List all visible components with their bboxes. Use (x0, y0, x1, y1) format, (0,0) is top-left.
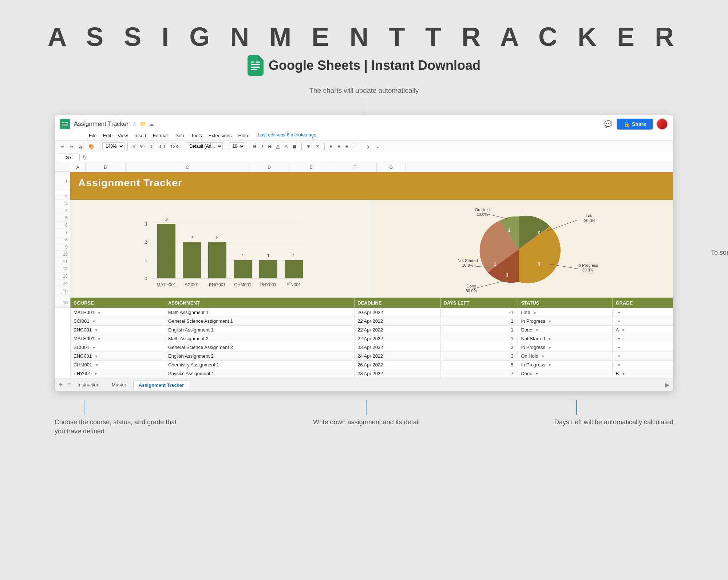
rownum-14: 14 (55, 280, 70, 287)
folder-icon[interactable]: 📁 (140, 121, 146, 127)
textcolor-btn[interactable]: A (283, 143, 290, 150)
align-right-btn[interactable]: ≡ (344, 143, 350, 150)
svg-line-52 (547, 220, 577, 231)
tab-master[interactable]: Master (106, 380, 132, 389)
dropdown-course-20[interactable]: ▼ (97, 337, 101, 341)
dropdown-grade-22[interactable]: ▼ (617, 354, 621, 358)
dropdown-status-17[interactable]: ▼ (533, 311, 537, 315)
cell-status-23: In Progress ▼ (518, 361, 613, 369)
zoom-select[interactable]: 140% (102, 142, 124, 150)
charts-content: 0 1 2 3 3 (70, 200, 673, 298)
cell-assignment-21: General Science Assignment 2 (165, 343, 355, 352)
more-btn[interactable]: ⌄ (374, 143, 381, 150)
dropdown-grade-24[interactable]: ▼ (622, 372, 625, 376)
dropdown-course-19[interactable]: ▼ (94, 328, 98, 332)
th-deadline[interactable]: DEADLINE (355, 298, 440, 308)
th-status[interactable]: STATUS (518, 298, 613, 308)
align-center-btn[interactable]: ≡ (336, 143, 342, 150)
rownum-3: 3 (55, 200, 70, 207)
menu-view[interactable]: View (114, 132, 131, 139)
dropdown-course-18[interactable]: ▼ (92, 319, 96, 323)
bold-btn[interactable]: B (251, 143, 258, 150)
font-select[interactable]: Default (Ari... (186, 142, 223, 150)
dropdown-course-24[interactable]: ▼ (94, 372, 98, 376)
cell-course-18: SCI001 ▼ (71, 317, 165, 326)
dropdown-status-22[interactable]: ▼ (541, 354, 545, 358)
cell-status-24: Done ▼ (518, 369, 613, 378)
decimal-btn[interactable]: .0 (148, 143, 155, 150)
menu-edit[interactable]: Edit (100, 132, 114, 139)
dropdown-status-21[interactable]: ▼ (548, 346, 552, 350)
number-format-btn[interactable]: 123 (169, 143, 180, 150)
menu-format[interactable]: Format (150, 132, 171, 139)
sheets-icon (248, 55, 264, 76)
redo-btn[interactable]: ↪ (68, 143, 75, 150)
menu-data[interactable]: Data (171, 132, 187, 139)
cell-assignment-20: Math Assignment 2 (165, 334, 355, 343)
menu-insert[interactable]: Insert (131, 132, 150, 139)
currency-btn[interactable]: $ (131, 143, 137, 150)
cell-deadline-21: 23 Apr 2022 (355, 343, 440, 352)
undo-btn[interactable]: ↩ (59, 143, 66, 150)
th-assignment[interactable]: ASSIGNMENT (165, 298, 355, 308)
cloud-icon[interactable]: ☁ (149, 121, 154, 127)
dropdown-grade-20[interactable]: ▼ (617, 337, 621, 341)
fx-label: fx (83, 154, 87, 160)
menu-extensions[interactable]: Extensions (205, 132, 235, 139)
percent-btn[interactable]: % (138, 143, 146, 150)
menubar: File Edit View Insert Format Data Tools … (60, 131, 668, 140)
borders-btn[interactable]: ⊞ (305, 143, 312, 150)
table-row-18: SCI001 ▼ General Science Assignment 1 22… (71, 317, 673, 326)
svg-text:PHY001: PHY001 (260, 282, 277, 287)
print-btn[interactable]: 🖨 (77, 143, 85, 150)
svg-text:2: 2 (190, 235, 193, 240)
charts-row: 3 4 5 6 7 8 9 10 11 12 13 14 15 (55, 200, 673, 298)
doc-icon (60, 119, 70, 129)
th-daysleft[interactable]: DAYS LEFT (440, 298, 518, 308)
tab-assignment-tracker[interactable]: Assignment Tracker (133, 381, 189, 389)
rownum-16: 16 (55, 298, 70, 308)
cell-reference[interactable] (58, 154, 80, 161)
tab-list-icon[interactable]: ≡ (67, 382, 71, 388)
th-grade[interactable]: GRADE (613, 298, 673, 308)
menu-tools[interactable]: Tools (187, 132, 205, 139)
dropdown-course-21[interactable]: ▼ (92, 346, 96, 350)
cell-daysleft-19: 1 (440, 326, 518, 334)
underline-btn[interactable]: A (274, 143, 281, 150)
dropdown-grade-23[interactable]: ▼ (617, 363, 621, 367)
dropdown-status-20[interactable]: ▼ (548, 337, 551, 341)
function-btn[interactable]: ∑ (365, 143, 372, 150)
dropdown-status-23[interactable]: ▼ (548, 363, 552, 367)
menu-help[interactable]: Help (235, 132, 251, 139)
dropdown-status-19[interactable]: ▼ (535, 328, 539, 332)
dropdown-course-23[interactable]: ▼ (95, 363, 99, 367)
menu-file[interactable]: File (86, 132, 100, 139)
dropdown-grade-17[interactable]: ▼ (617, 311, 621, 315)
cell-course-24: PHY001 ▼ (71, 369, 165, 378)
svg-text:2: 2 (216, 235, 218, 240)
share-button[interactable]: 🔒 Share (617, 119, 653, 130)
dropdown-course-22[interactable]: ▼ (94, 354, 98, 358)
tab-instruction[interactable]: Instruction (72, 380, 105, 389)
italic-btn[interactable]: I (260, 143, 265, 150)
add-tab-btn[interactable]: + (59, 381, 63, 389)
align-left-btn[interactable]: ≡ (328, 143, 334, 150)
dropdown-grade-19[interactable]: ▼ (621, 328, 625, 332)
col-A: A (70, 163, 86, 172)
decimal2-btn[interactable]: .00 (157, 143, 167, 150)
fontsize-select[interactable]: 10 (229, 142, 245, 150)
dropdown-course-17[interactable]: ▼ (97, 311, 101, 315)
dropdown-status-24[interactable]: ▼ (535, 372, 539, 376)
fillcolor-btn[interactable]: ◼ (291, 143, 298, 150)
vertical-align-btn[interactable]: ⊥ (351, 143, 359, 150)
dropdown-grade-18[interactable]: ▼ (617, 319, 621, 323)
paint-btn[interactable]: 🎨 (87, 143, 96, 150)
tab-nav-icon[interactable]: ▶ (665, 381, 669, 388)
star-icon[interactable]: ☆ (132, 121, 137, 127)
dropdown-grade-21[interactable]: ▼ (617, 346, 621, 350)
dropdown-status-18[interactable]: ▼ (548, 319, 552, 323)
th-course[interactable]: COURSE (71, 298, 165, 308)
comment-icon[interactable]: 💬 (603, 119, 613, 129)
strikethrough-btn[interactable]: S (266, 143, 273, 150)
merge-btn[interactable]: ⊡ (314, 143, 321, 150)
